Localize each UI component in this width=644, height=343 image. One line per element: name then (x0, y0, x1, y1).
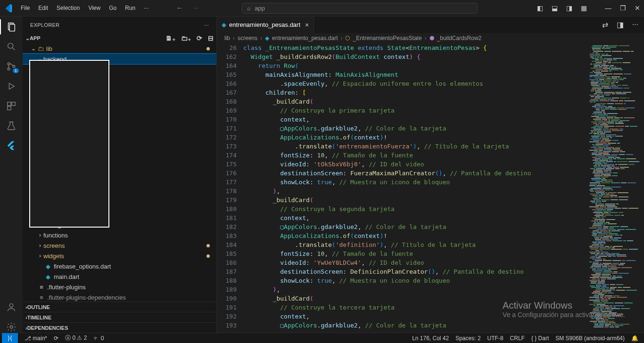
search-text: app (255, 5, 265, 12)
status-bar: ⟩⟨ ⎇ main* ⟳ ⓧ 0 ⚠ 2 ᯤ 0 Ln 176, Col 42 … (0, 333, 644, 343)
svg-rect-1 (9, 24, 15, 32)
extensions-icon[interactable] (6, 100, 17, 112)
tree-file[interactable]: ◆main.dart (23, 271, 216, 282)
collapse-icon[interactable]: ⊟ (208, 34, 214, 42)
source-control-icon[interactable]: 1 (6, 61, 17, 72)
device[interactable]: SM S906B (android-arm64) (555, 335, 625, 342)
search-icon[interactable] (6, 41, 17, 52)
cursor-position[interactable]: Ln 176, Col 42 (412, 335, 449, 342)
command-center[interactable]: ⌕ app (242, 3, 478, 14)
tab-label: entrenamiento_pesas.dart (229, 21, 300, 28)
layout-customize-icon[interactable]: ▦ (581, 4, 587, 12)
modified-dot-icon (206, 254, 210, 258)
explorer-header: EXPLORER ··· (23, 16, 216, 33)
explorer-icon[interactable] (6, 21, 17, 33)
svg-line-3 (13, 48, 15, 50)
refresh-icon[interactable]: ⟳ (197, 34, 202, 42)
title-bar: File Edit Selection View Go Run ··· ← → … (0, 0, 644, 16)
explorer-title: EXPLORER (30, 22, 59, 28)
minimap[interactable] (587, 43, 644, 333)
eol[interactable]: CRLF (510, 335, 525, 342)
settings-icon[interactable] (6, 321, 17, 333)
svg-point-5 (8, 68, 10, 70)
nav-back-icon[interactable]: ← (176, 4, 183, 12)
ports[interactable]: ᯤ 0 (93, 335, 104, 342)
layout-panel-icon[interactable]: ⬓ (552, 4, 558, 12)
remote-indicator-icon[interactable]: ⟩⟨ (2, 333, 18, 343)
section-outline[interactable]: ›OUTLINE (23, 302, 216, 312)
svg-rect-7 (8, 102, 11, 106)
account-icon[interactable] (6, 302, 17, 313)
project-name: APP (30, 35, 41, 41)
menu-go[interactable]: Go (105, 3, 120, 13)
vscode-logo-icon (4, 4, 12, 12)
testing-icon[interactable] (6, 120, 17, 131)
more-actions-icon[interactable]: ··· (632, 20, 638, 29)
class-icon: ⬡ (345, 35, 350, 41)
app-menu: File Edit Selection View Go Run ··· (17, 3, 152, 13)
explorer-actions: 🗎₊ 🗀₊ ⟳ ⊟ (165, 34, 214, 42)
menu-selection[interactable]: Selection (53, 3, 83, 13)
sync-icon[interactable]: ⟳ (54, 335, 58, 342)
new-file-icon[interactable]: 🗎₊ (165, 34, 175, 42)
svg-rect-8 (12, 102, 15, 106)
tab-bar: ◆ entrenamiento_pesas.dart × ⇄ ◨ ··· (217, 16, 644, 33)
method-icon: ⬢ (429, 35, 434, 41)
tree-folder-widgets[interactable]: ›widgets (23, 251, 216, 261)
tree-folder-screens[interactable]: ›screens (23, 240, 216, 251)
nav-arrows: ← → (176, 4, 199, 12)
tree-file[interactable]: ≡.flutter-plugins-dependencies (23, 292, 216, 302)
indent[interactable]: Spaces: 2 (455, 335, 480, 342)
menu-edit[interactable]: Edit (34, 3, 52, 13)
breadcrumb[interactable]: lib› screens› ◆ entrenamiento_pesas.dart… (217, 33, 644, 43)
menu-view[interactable]: View (84, 3, 104, 13)
run-debug-icon[interactable] (6, 81, 17, 92)
split-right-icon[interactable]: ◨ (617, 20, 624, 29)
code-content[interactable]: class _EntrenamientoPesasState extends S… (243, 43, 587, 333)
minimize-icon[interactable]: — (605, 4, 611, 12)
svg-point-4 (8, 63, 10, 65)
line-gutter: 26 162 164 165 166 167 168 169 170 171 1… (217, 43, 243, 333)
code-editor[interactable]: 26 162 164 165 166 167 168 169 170 171 1… (217, 43, 644, 333)
svg-point-2 (8, 43, 13, 49)
problems[interactable]: ⓧ 0 ⚠ 2 (65, 334, 87, 342)
notifications-icon[interactable]: 🔔 (631, 335, 638, 342)
section-timeline[interactable]: ›TIMELINE (23, 312, 216, 322)
nav-forward-icon[interactable]: → (192, 4, 199, 12)
close-icon[interactable]: ✕ (635, 4, 640, 12)
tree-file[interactable]: ≡.flutter-plugins (23, 282, 216, 292)
editor-area: ◆ entrenamiento_pesas.dart × ⇄ ◨ ··· lib… (217, 16, 644, 333)
git-branch[interactable]: ⎇ main* (25, 335, 47, 342)
language-mode[interactable]: { } Dart (531, 335, 549, 342)
explorer-more-icon[interactable]: ··· (204, 22, 209, 28)
modified-dot-icon (206, 47, 210, 50)
tree-file[interactable]: ◆firebase_options.dart (23, 261, 216, 271)
new-folder-icon[interactable]: 🗀₊ (181, 34, 191, 42)
maximize-icon[interactable]: ❐ (620, 4, 626, 12)
tree-folder-lib[interactable]: ⌄🗀lib (23, 43, 216, 54)
layout-secondary-side-icon[interactable]: ◨ (566, 4, 572, 12)
tab-close-icon[interactable]: × (305, 21, 309, 29)
menu-run[interactable]: Run (121, 3, 139, 13)
layout-primary-side-icon[interactable]: ◧ (537, 4, 543, 12)
menu-file[interactable]: File (17, 3, 33, 13)
modified-dot-icon (206, 244, 210, 247)
tab-actions: ⇄ ◨ ··· (602, 20, 644, 29)
activity-bar: 1 (0, 16, 23, 333)
svg-point-10 (9, 304, 13, 307)
section-dependencies[interactable]: ›DEPENDENCIES (23, 322, 216, 333)
search-icon: ⌕ (247, 5, 251, 12)
tree-folder[interactable]: ›functions (23, 230, 216, 240)
layout-controls: ◧ ⬓ ◨ ▦ — ❐ ✕ (537, 4, 640, 12)
dart-file-icon: ◆ (222, 21, 226, 28)
svg-rect-9 (8, 106, 11, 110)
compare-icon[interactable]: ⇄ (602, 20, 608, 29)
editor-tab[interactable]: ◆ entrenamiento_pesas.dart × (217, 16, 314, 33)
svg-point-11 (10, 326, 13, 328)
encoding[interactable]: UTF-8 (487, 335, 504, 342)
menu-more[interactable]: ··· (140, 3, 152, 13)
highlight-box (29, 60, 109, 228)
project-header[interactable]: ⌄ APP 🗎₊ 🗀₊ ⟳ ⊟ (23, 33, 216, 43)
flutter-icon[interactable] (6, 140, 17, 151)
dart-file-icon: ◆ (265, 35, 269, 41)
